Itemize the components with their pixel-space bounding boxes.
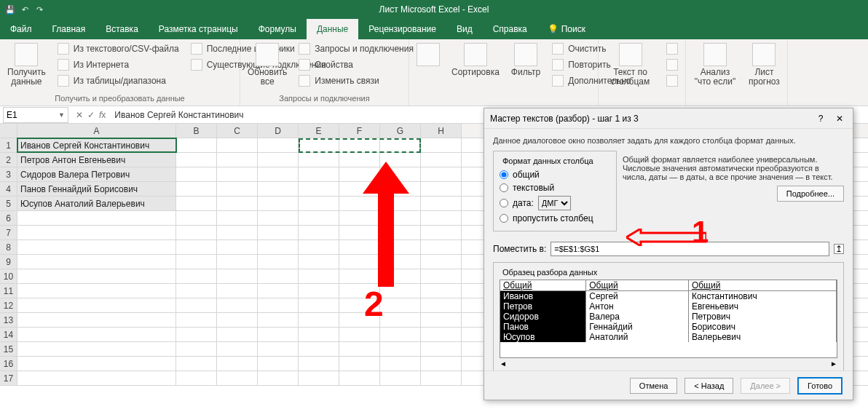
tab-insert[interactable]: Вставка: [95, 19, 149, 39]
cell[interactable]: [421, 138, 462, 152]
from-text-csv-button[interactable]: Из текстового/CSV-файла: [55, 41, 182, 56]
cell[interactable]: [176, 328, 217, 341]
cell[interactable]: [339, 240, 380, 254]
cell[interactable]: [299, 328, 339, 341]
cell[interactable]: [217, 313, 258, 327]
date-format-select[interactable]: ДМГ: [538, 196, 571, 210]
cell[interactable]: [17, 313, 176, 327]
cell[interactable]: [421, 240, 462, 254]
cell[interactable]: [17, 284, 176, 298]
next-button[interactable]: Далее >: [741, 378, 790, 394]
cell[interactable]: [17, 357, 176, 371]
cell[interactable]: [217, 284, 258, 298]
cell[interactable]: [299, 167, 339, 181]
row-header[interactable]: 14: [0, 328, 17, 341]
refresh-all-button[interactable]: Обновить все: [245, 41, 290, 88]
close-icon[interactable]: ✕: [832, 111, 847, 126]
search-tell-me[interactable]: 💡 Поиск: [537, 19, 596, 39]
edit-links-button[interactable]: Изменить связи: [296, 74, 417, 88]
cell[interactable]: [176, 371, 217, 385]
cell[interactable]: [299, 313, 339, 327]
cell[interactable]: [17, 255, 176, 269]
cell[interactable]: [339, 371, 380, 385]
row-header[interactable]: 1: [0, 138, 17, 152]
cell[interactable]: [258, 167, 299, 181]
row-header[interactable]: 2: [0, 153, 17, 167]
row-header[interactable]: 17: [0, 371, 17, 385]
cell[interactable]: [299, 269, 339, 283]
tab-data[interactable]: Данные: [307, 19, 358, 39]
cell[interactable]: [176, 153, 217, 167]
cell[interactable]: [176, 167, 217, 181]
cell[interactable]: [258, 313, 299, 327]
row-header[interactable]: 12: [0, 298, 17, 312]
cell[interactable]: [380, 328, 421, 341]
cell[interactable]: [299, 197, 339, 210]
tab-formulas[interactable]: Формулы: [248, 19, 307, 39]
column-header[interactable]: A: [17, 124, 176, 138]
cell[interactable]: [217, 269, 258, 283]
cell[interactable]: [17, 211, 176, 225]
tab-home[interactable]: Главная: [42, 19, 96, 39]
column-header[interactable]: F: [339, 124, 380, 138]
cell[interactable]: [339, 197, 380, 210]
cell[interactable]: [17, 240, 176, 254]
chevron-down-icon[interactable]: ▼: [58, 111, 65, 119]
cell[interactable]: [217, 298, 258, 312]
filter-button[interactable]: Фильтр: [508, 41, 543, 79]
row-header[interactable]: 9: [0, 255, 17, 269]
cell[interactable]: [176, 211, 217, 225]
cell[interactable]: [258, 298, 299, 312]
cell[interactable]: [421, 298, 462, 312]
cell[interactable]: [421, 313, 462, 327]
row-header[interactable]: 16: [0, 357, 17, 371]
tab-page-layout[interactable]: Разметка страницы: [149, 19, 248, 39]
cell[interactable]: [217, 197, 258, 210]
cell[interactable]: [421, 182, 462, 196]
cell[interactable]: Петров Антон Евгеньевич: [17, 153, 176, 167]
cell[interactable]: [176, 342, 217, 356]
row-header[interactable]: 11: [0, 284, 17, 298]
row-header[interactable]: 8: [0, 240, 17, 254]
cell[interactable]: [421, 211, 462, 225]
save-icon[interactable]: 💾: [4, 4, 16, 15]
cell[interactable]: [17, 226, 176, 239]
cell[interactable]: [176, 240, 217, 254]
cell[interactable]: [380, 298, 421, 312]
confirm-icon[interactable]: ✓: [87, 110, 95, 120]
cell[interactable]: [421, 328, 462, 341]
cell[interactable]: [299, 211, 339, 225]
sort-asc-button[interactable]: [414, 41, 443, 68]
redo-icon[interactable]: ↷: [33, 4, 45, 15]
cell[interactable]: [217, 328, 258, 341]
cell[interactable]: [299, 342, 339, 356]
cell[interactable]: [258, 211, 299, 225]
cell[interactable]: [17, 342, 176, 356]
row-header[interactable]: 7: [0, 226, 17, 239]
cell[interactable]: [421, 197, 462, 210]
get-data-button[interactable]: Получить данные: [4, 41, 49, 88]
cell[interactable]: [339, 226, 380, 239]
row-header[interactable]: 10: [0, 269, 17, 283]
cell[interactable]: [258, 371, 299, 385]
remove-duplicates-button[interactable]: [663, 58, 681, 72]
forecast-sheet-button[interactable]: Лист прогноз: [746, 41, 783, 88]
cell[interactable]: [299, 371, 339, 385]
cell[interactable]: [299, 240, 339, 254]
cell[interactable]: [421, 153, 462, 167]
cell[interactable]: [339, 269, 380, 283]
cell[interactable]: [176, 357, 217, 371]
cancel-button[interactable]: Отмена: [630, 378, 677, 394]
cell[interactable]: [299, 226, 339, 239]
cell[interactable]: [339, 328, 380, 341]
cell[interactable]: [258, 357, 299, 371]
queries-connections-button[interactable]: Запросы и подключения: [296, 41, 417, 56]
help-icon[interactable]: ?: [813, 111, 828, 126]
cell[interactable]: [421, 342, 462, 356]
column-header[interactable]: E: [299, 124, 339, 138]
more-button[interactable]: Подробнее...: [777, 186, 844, 202]
row-header[interactable]: 3: [0, 167, 17, 181]
cell[interactable]: [176, 138, 217, 152]
row-header[interactable]: 5: [0, 197, 17, 210]
range-selector-icon[interactable]: ↥: [834, 244, 844, 254]
